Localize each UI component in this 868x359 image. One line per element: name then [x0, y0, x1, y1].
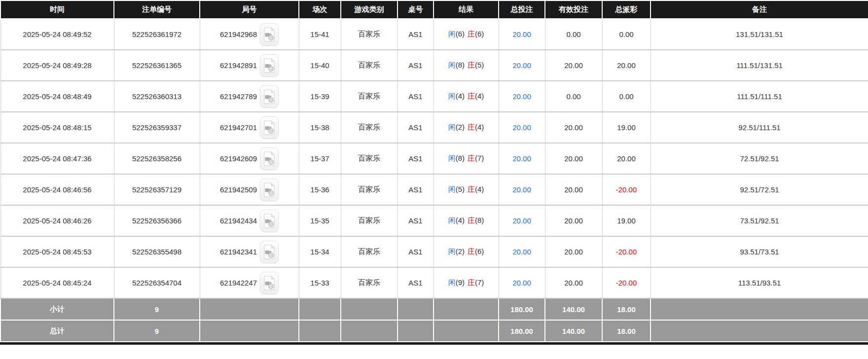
cell-result: 闲(9)庄(7)	[434, 267, 499, 298]
grand-total-row: 总计 9 180.00 140.00 18.00	[0, 320, 868, 342]
result-banker-label: 庄	[468, 185, 475, 193]
result-player-label: 闲	[448, 92, 456, 100]
cell-session: 15-38	[299, 112, 341, 143]
result-player-label: 闲	[448, 185, 456, 193]
cell-valid-bet: 20.00	[545, 236, 602, 267]
cell-total-bet: 20.00	[499, 50, 545, 81]
round-id-text: 621942247	[220, 279, 257, 287]
cell-total-payout: -20.00	[602, 174, 651, 205]
cell-game-type: 百家乐	[341, 174, 398, 205]
cell-table-no: AS1	[398, 81, 434, 112]
result-player-label: 闲	[448, 123, 456, 131]
cell-time: 2025-05-24 08:48:49	[0, 81, 114, 112]
cell-valid-bet: 20.00	[545, 174, 602, 205]
video-replay-button[interactable]	[260, 54, 279, 77]
cell-round-id: 621942247	[200, 267, 299, 298]
col-header-valid-bet: 有效投注	[545, 0, 602, 19]
subtotal-count: 9	[114, 298, 200, 320]
subtotal-empty-cell	[651, 298, 868, 320]
result-player-score: (2)	[456, 123, 465, 131]
cell-table-no: AS1	[398, 50, 434, 81]
cell-time: 2025-05-24 08:48:15	[0, 112, 114, 143]
video-replay-button[interactable]	[260, 272, 279, 294]
table-row: 2025-05-24 08:46:26522526356366621942434…	[0, 205, 868, 236]
cell-result: 闲(4)庄(8)	[434, 205, 499, 236]
result-player-score: (4)	[456, 92, 465, 100]
cell-valid-bet: 20.00	[545, 50, 602, 81]
cell-total-bet: 20.00	[499, 19, 545, 50]
cell-total-payout: 19.00	[602, 205, 651, 236]
video-file-icon	[263, 27, 275, 42]
cell-remark: 73.51/92.51	[651, 205, 868, 236]
subtotal-valid-bet: 140.00	[545, 298, 602, 320]
cell-total-bet: 20.00	[499, 236, 545, 267]
video-file-icon	[263, 58, 275, 73]
video-file-icon	[263, 151, 275, 166]
cell-result: 闲(2)庄(4)	[434, 112, 499, 143]
cell-bet-id: 522526359337	[114, 112, 200, 143]
result-player-label: 闲	[448, 154, 456, 162]
cell-bet-id: 522526358256	[114, 143, 200, 174]
cell-table-no: AS1	[398, 112, 434, 143]
result-player-label: 闲	[448, 30, 456, 38]
result-banker-score: (7)	[475, 154, 484, 162]
subtotal-empty-cell	[299, 298, 341, 320]
cell-game-type: 百家乐	[341, 236, 398, 267]
cell-round-id: 621942434	[200, 205, 299, 236]
video-file-icon	[263, 214, 275, 228]
video-replay-button[interactable]	[260, 116, 279, 139]
video-replay-button[interactable]	[260, 241, 279, 263]
round-id-text: 621942341	[220, 248, 257, 256]
cell-bet-id: 522526360313	[114, 81, 200, 112]
table-body: 2025-05-24 08:49:52522526361972621942968…	[0, 19, 868, 298]
result-player-score: (8)	[456, 61, 465, 69]
result-player-score: (5)	[456, 185, 465, 193]
result-player-label: 闲	[448, 278, 456, 287]
table-row: 2025-05-24 08:48:15522526359337621942701…	[0, 112, 868, 143]
video-replay-button[interactable]	[260, 210, 279, 232]
cell-result: 闲(8)庄(7)	[434, 143, 499, 174]
video-file-icon	[263, 89, 275, 104]
cell-total-bet: 20.00	[499, 143, 545, 174]
cell-total-payout: 20.00	[602, 143, 651, 174]
video-replay-button[interactable]	[260, 85, 279, 108]
cell-total-payout: 0.00	[602, 81, 651, 112]
cell-game-type: 百家乐	[341, 19, 398, 50]
col-header-total-payout: 总派彩	[602, 0, 651, 19]
cell-valid-bet: 20.00	[545, 205, 602, 236]
cell-remark: 93.51/73.51	[651, 236, 868, 267]
cell-result: 闲(2)庄(6)	[434, 236, 499, 267]
cell-time: 2025-05-24 08:45:53	[0, 236, 114, 267]
cell-total-bet: 20.00	[499, 81, 545, 112]
cell-remark: 92.51/111.51	[651, 112, 868, 143]
cell-session: 15-37	[299, 143, 341, 174]
cell-valid-bet: 20.00	[545, 143, 602, 174]
cell-game-type: 百家乐	[341, 112, 398, 143]
cell-valid-bet: 20.00	[545, 267, 602, 298]
result-banker-score: (4)	[475, 123, 484, 131]
video-replay-button[interactable]	[260, 147, 279, 170]
grand-total-total-payout: 18.00	[602, 320, 651, 342]
table-footer: 小计 9 180.00 140.00 18.00 总计 9 180.00 140…	[0, 298, 868, 342]
video-replay-button[interactable]	[260, 179, 279, 201]
result-banker-score: (6)	[475, 247, 484, 255]
result-banker-label: 庄	[468, 278, 475, 287]
result-player-label: 闲	[448, 247, 456, 255]
col-header-round-id: 局号	[200, 0, 299, 19]
cell-table-no: AS1	[398, 267, 434, 298]
cell-session: 15-39	[299, 81, 341, 112]
col-header-session: 场次	[299, 0, 341, 19]
cell-total-payout: 0.00	[602, 19, 651, 50]
round-id-text: 621942789	[220, 92, 257, 101]
result-banker-label: 庄	[468, 123, 475, 131]
cell-remark: 92.51/72.51	[651, 174, 868, 205]
result-banker-score: (7)	[475, 278, 484, 287]
video-replay-button[interactable]	[260, 23, 279, 46]
cell-round-id: 621942509	[200, 174, 299, 205]
result-banker-label: 庄	[468, 154, 475, 162]
subtotal-empty-cell	[200, 298, 299, 320]
result-banker-score: (6)	[475, 30, 484, 38]
cell-valid-bet: 20.00	[545, 112, 602, 143]
cell-time: 2025-05-24 08:47:36	[0, 143, 114, 174]
cell-round-id: 621942968	[200, 19, 299, 50]
